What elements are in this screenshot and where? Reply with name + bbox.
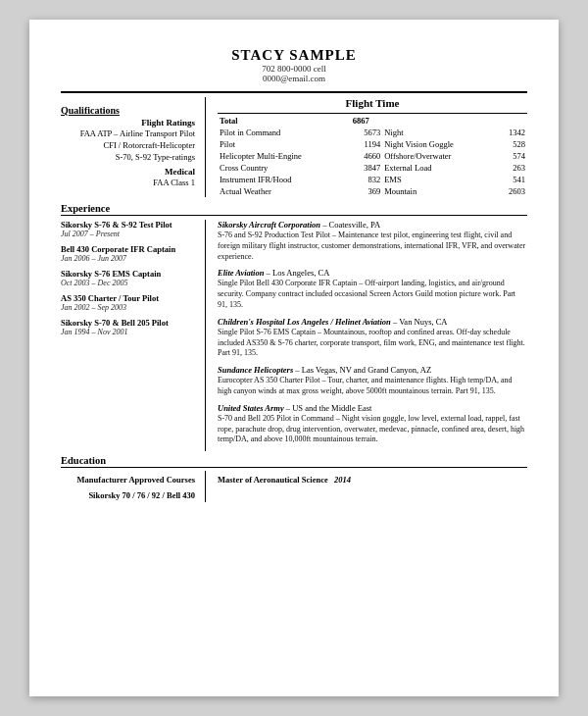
- job-dates-1: Jan 2006 – Jun 2007: [61, 254, 195, 263]
- job-title-1: Bell 430 Corporate IFR Captain: [61, 244, 195, 254]
- ft-label-3b: External Load: [382, 162, 495, 174]
- medical-block: Medical FAA Class 1: [61, 167, 195, 189]
- resume-page: STACY SAMPLE 702 800-0000 cell 0000@emai…: [29, 20, 559, 696]
- job-title-2: Sikorsky S-76 EMS Captain: [61, 269, 195, 279]
- ft-label-4b: EMS: [382, 174, 495, 185]
- ft-label-5b: Mountain: [382, 185, 495, 197]
- ft-value-5b: 2603: [496, 185, 527, 197]
- edu-sikorsky: Sikorsky 70 / 76 / 92 / Bell 430: [61, 490, 195, 502]
- exp-entry-2: Children's Hospital Los Angeles / Heline…: [218, 317, 527, 359]
- experience-right: Sikorsky Aircraft Corporation – Coatesvi…: [206, 220, 527, 451]
- flight-rating-1: FAA ATP – Airline Transport Pilot: [61, 128, 195, 140]
- ft-row-0: Pilot in Command 5673 Night 1342: [218, 127, 527, 138]
- experience-section: Experience Sikorsky S-76 & S-92 Test Pil…: [61, 203, 527, 451]
- job-dates-2: Oct 2003 – Dec 2005: [61, 279, 195, 287]
- qualifications-title: Qualifications: [61, 105, 195, 116]
- ft-value-0a: 5673: [351, 127, 382, 138]
- experience-left: Sikorsky S-76 & S-92 Test Pilot Jul 2007…: [61, 220, 206, 451]
- ft-label-1b: Night Vision Goggle: [382, 138, 495, 150]
- exp-company-loc-0: – Coatesville, PA: [322, 220, 380, 230]
- job-title-4: Sikorsky S-70 & Bell 205 Pilot: [61, 318, 195, 328]
- job-title-3: AS 350 Charter / Tour Pilot: [61, 293, 195, 303]
- medical-subtitle: Medical: [61, 167, 195, 177]
- ft-value-0b: 1342: [496, 127, 527, 138]
- exp-company-name-3: Sundance Helicopters: [218, 365, 293, 375]
- flight-rating-2: CFI / Rotorcraft-Helicopter: [61, 140, 195, 152]
- qualifications-flighttime-layout: Qualifications Flight Ratings FAA ATP – …: [61, 97, 527, 197]
- ft-label-1a: Pilot: [218, 138, 351, 150]
- ft-value-5a: 369: [351, 185, 382, 197]
- exp-company-name-1: Elite Aviation: [218, 268, 264, 278]
- ft-row-5: Actual Weather 369 Mountain 2603: [218, 185, 527, 197]
- flight-ratings-subtitle: Flight Ratings: [61, 118, 195, 128]
- education-section: Education Manufacturer Approved Courses …: [61, 455, 527, 502]
- flight-ratings-block: Flight Ratings FAA ATP – Airline Transpo…: [61, 118, 195, 164]
- experience-layout: Sikorsky S-76 & S-92 Test Pilot Jul 2007…: [61, 220, 527, 451]
- ft-total-row: Total 6867: [218, 114, 527, 128]
- ft-row-2: Helicopter Multi-Engine 4660 Offshore/Ov…: [218, 150, 527, 162]
- ft-value-2a: 4660: [351, 150, 382, 162]
- exp-entry-4: United States Army – US and the Middle E…: [218, 403, 527, 445]
- ft-value-3a: 3847: [351, 162, 382, 174]
- ft-value-1a: 1194: [351, 138, 382, 150]
- exp-company-name-0: Sikorsky Aircraft Corporation: [218, 220, 320, 230]
- education-title: Education: [61, 455, 527, 468]
- ft-value-4b: 541: [496, 174, 527, 185]
- exp-desc-3: Eurocopter AS 350 Charter Pilot – Tour, …: [218, 376, 527, 397]
- flight-time-col: Flight Time Total 6867 Pilot in Command …: [206, 97, 527, 197]
- exp-company-loc-4: – US and the Middle East: [286, 403, 372, 413]
- medical-item-1: FAA Class 1: [61, 178, 195, 189]
- flight-rating-3: S-70, S-92 Type-ratings: [61, 152, 195, 164]
- experience-title: Experience: [61, 203, 527, 216]
- flight-time-table: Total 6867 Pilot in Command 5673 Night 1…: [218, 113, 527, 197]
- edu-degree-title: Master of Aeronautical Science 2014: [218, 475, 527, 485]
- edu-degree-year: 2014: [334, 475, 351, 485]
- ft-row-4: Instrument IFR/Hood 832 EMS 541: [218, 174, 527, 185]
- exp-entry-3: Sundance Helicopters – Las Vegas, NV and…: [218, 365, 527, 397]
- exp-desc-1: Single Pilot Bell 430 Corporate IFR Capt…: [218, 279, 527, 310]
- applicant-name: STACY SAMPLE: [61, 47, 527, 64]
- exp-entry-0: Sikorsky Aircraft Corporation – Coatesvi…: [218, 220, 527, 262]
- exp-company-name-2: Children's Hospital Los Angeles / Heline…: [218, 317, 391, 327]
- ft-label-0a: Pilot in Command: [218, 127, 351, 138]
- exp-company-name-4: United States Army: [218, 403, 284, 413]
- ft-label-3a: Cross Country: [218, 162, 351, 174]
- ft-label-2a: Helicopter Multi-Engine: [218, 150, 351, 162]
- exp-desc-4: S-70 and Bell 205 Pilot in Command – Nig…: [218, 414, 527, 445]
- exp-desc-0: S-76 and S-92 Production Test Pilot – Ma…: [218, 230, 527, 262]
- flight-time-title: Flight Time: [218, 97, 527, 109]
- exp-company-4: United States Army – US and the Middle E…: [218, 403, 527, 413]
- exp-company-loc-2: – Van Nuys, CA: [393, 317, 448, 327]
- exp-company-3: Sundance Helicopters – Las Vegas, NV and…: [218, 365, 527, 375]
- ft-value-2b: 574: [496, 150, 527, 162]
- ft-total-value: 6867: [351, 114, 382, 128]
- ft-value-3b: 263: [496, 162, 527, 174]
- contact-email: 0000@email.com: [61, 74, 527, 83]
- ft-label-0b: Night: [382, 127, 495, 138]
- education-right: Master of Aeronautical Science 2014: [206, 471, 527, 502]
- job-dates-0: Jul 2007 – Present: [61, 230, 195, 238]
- exp-entry-1: Elite Aviation – Los Angeles, CA Single …: [218, 268, 527, 310]
- job-dates-3: Jan 2002 – Sep 2003: [61, 303, 195, 312]
- education-layout: Manufacturer Approved Courses Sikorsky 7…: [61, 471, 527, 502]
- qualifications-col: Qualifications Flight Ratings FAA ATP – …: [61, 97, 206, 197]
- ft-value-1b: 528: [496, 138, 527, 150]
- ft-label-5a: Actual Weather: [218, 185, 351, 197]
- exp-desc-2: Single Pilot S-76 EMS Captain – Mountain…: [218, 328, 527, 359]
- exp-company-1: Elite Aviation – Los Angeles, CA: [218, 268, 527, 278]
- header: STACY SAMPLE 702 800-0000 cell 0000@emai…: [61, 47, 527, 83]
- ft-total-label: Total: [218, 114, 351, 128]
- exp-company-0: Sikorsky Aircraft Corporation – Coatesvi…: [218, 220, 527, 230]
- ft-row-3: Cross Country 3847 External Load 263: [218, 162, 527, 174]
- job-title-0: Sikorsky S-76 & S-92 Test Pilot: [61, 220, 195, 230]
- ft-value-4a: 832: [351, 174, 382, 185]
- job-dates-4: Jan 1994 – Nov 2001: [61, 328, 195, 336]
- ft-label-2b: Offshore/Overwater: [382, 150, 495, 162]
- education-left: Manufacturer Approved Courses Sikorsky 7…: [61, 471, 206, 502]
- ft-row-1: Pilot 1194 Night Vision Goggle 528: [218, 138, 527, 150]
- exp-company-2: Children's Hospital Los Angeles / Heline…: [218, 317, 527, 327]
- edu-courses: Manufacturer Approved Courses: [61, 475, 195, 486]
- exp-company-loc-1: – Los Angeles, CA: [267, 268, 330, 278]
- header-divider: [61, 91, 527, 93]
- exp-company-loc-3: – Las Vegas, NV and Grand Canyon, AZ: [295, 365, 431, 375]
